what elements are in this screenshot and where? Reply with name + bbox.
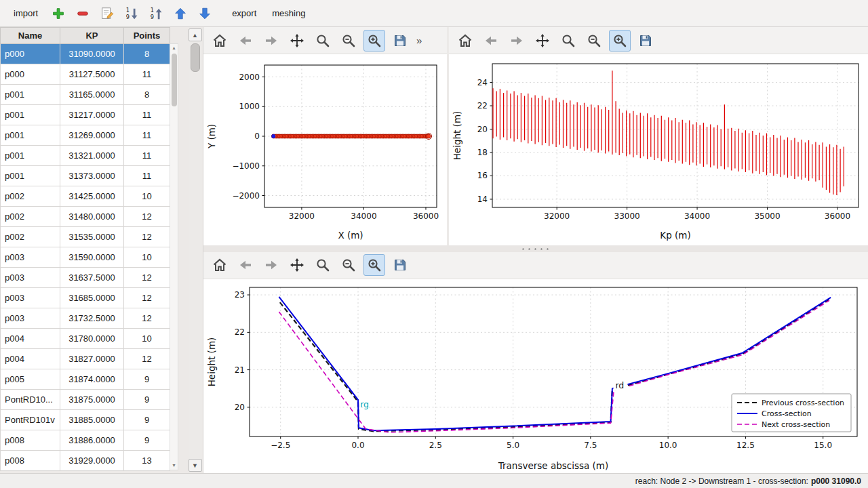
column-header-name[interactable]: Name — [1, 28, 60, 44]
cell-name[interactable]: p005 — [1, 369, 60, 390]
panel-scroll-down-button[interactable]: ▼ — [189, 459, 202, 472]
cell-name[interactable]: p001 — [1, 105, 60, 125]
cell-kp[interactable]: 31425.0000 — [60, 186, 124, 207]
table-row[interactable]: p00331637.500012 — [1, 268, 170, 288]
forward-button[interactable] — [260, 30, 282, 52]
cell-kp[interactable]: 31885.0000 — [60, 410, 124, 430]
cell-name[interactable]: p004 — [1, 349, 60, 369]
table-row[interactable]: p00431827.000012 — [1, 349, 170, 369]
cell-pts[interactable]: 12 — [124, 227, 170, 247]
table-scroll-up-button[interactable]: ▴ — [172, 44, 175, 52]
move-up-button[interactable] — [169, 3, 191, 24]
cell-kp[interactable]: 31827.0000 — [60, 349, 124, 369]
pan-button[interactable] — [286, 254, 308, 276]
back-button[interactable] — [235, 30, 256, 52]
zoom-out-button[interactable] — [338, 30, 359, 52]
longitudinal-profile-plot[interactable]: 3200033000340003500036000141618202224Kp … — [449, 54, 868, 244]
pan-button[interactable] — [286, 30, 308, 52]
table-row[interactable]: p00131321.000011 — [1, 146, 170, 166]
cross-section-plot[interactable]: −2.50.02.55.07.510.012.515.020212223Tran… — [203, 279, 867, 473]
cell-kp[interactable]: 31780.0000 — [60, 329, 124, 349]
cell-kp[interactable]: 31165.0000 — [60, 85, 124, 105]
table-row[interactable]: p00031127.500011 — [1, 64, 170, 85]
home-button[interactable] — [209, 30, 231, 52]
cell-name[interactable]: p003 — [1, 308, 60, 329]
save-button[interactable] — [635, 30, 656, 52]
table-row[interactable]: p00431780.000010 — [1, 329, 170, 349]
cell-kp[interactable]: 31929.0000 — [60, 451, 124, 471]
table-row[interactable]: p00331732.500012 — [1, 308, 170, 329]
move-down-button[interactable] — [193, 3, 216, 24]
table-scrollbar[interactable]: ▴ ▾ — [170, 43, 178, 470]
cell-name[interactable]: p001 — [1, 166, 60, 186]
table-row[interactable]: p00131269.000011 — [1, 125, 170, 146]
forward-button[interactable] — [506, 30, 528, 52]
cell-pts[interactable]: 11 — [124, 105, 170, 125]
table-row[interactable]: p00531874.00009 — [1, 369, 170, 390]
zoom-rect-button[interactable] — [312, 254, 334, 276]
zoom-rect-button[interactable] — [312, 30, 334, 52]
cell-name[interactable]: p003 — [1, 288, 60, 308]
plots-splitter[interactable] — [203, 245, 868, 252]
cell-kp[interactable]: 31090.0000 — [60, 44, 124, 64]
column-header-kp[interactable]: KP — [60, 28, 124, 44]
cell-pts[interactable]: 13 — [124, 451, 170, 471]
table-row[interactable]: p00131373.000011 — [1, 166, 170, 186]
add-section-button[interactable] — [47, 3, 69, 24]
toolbar-overflow-chevron[interactable]: » — [411, 35, 422, 46]
cell-pts[interactable]: 12 — [124, 268, 170, 288]
cell-name[interactable]: p003 — [1, 268, 60, 288]
cell-pts[interactable]: 8 — [124, 44, 170, 64]
table-row[interactable]: p00331590.000010 — [1, 247, 170, 268]
zoom-in-button[interactable] — [609, 30, 631, 52]
panel-scroll-up-button[interactable]: ▲ — [189, 28, 202, 41]
cell-kp[interactable]: 31373.0000 — [60, 166, 124, 186]
zoom-rect-button[interactable] — [557, 30, 579, 52]
back-button[interactable] — [235, 254, 256, 276]
cell-pts[interactable]: 8 — [124, 85, 170, 105]
table-row[interactable]: p00331685.000012 — [1, 288, 170, 308]
column-header-points[interactable]: Points — [124, 28, 170, 44]
import-button[interactable]: import — [7, 4, 45, 22]
cell-name[interactable]: p008 — [1, 451, 60, 471]
save-button[interactable] — [389, 254, 411, 276]
table-row[interactable]: p00131165.00008 — [1, 85, 170, 105]
plan-view-plot[interactable]: 320003400036000−2000−1000010002000X (m)Y… — [203, 54, 446, 244]
table-row[interactable]: p00031090.00008 — [1, 44, 170, 64]
cell-pts[interactable]: 10 — [124, 329, 170, 349]
cell-kp[interactable]: 31217.0000 — [60, 105, 124, 125]
cell-kp[interactable]: 31637.5000 — [60, 268, 124, 288]
cell-pts[interactable]: 9 — [124, 430, 170, 451]
panel-scrollbar[interactable]: ▲ ▼ — [188, 28, 202, 472]
cell-pts[interactable]: 10 — [124, 186, 170, 207]
cell-kp[interactable]: 31127.5000 — [60, 64, 124, 85]
cell-name[interactable]: p004 — [1, 329, 60, 349]
cell-pts[interactable]: 11 — [124, 125, 170, 146]
cell-kp[interactable]: 31732.5000 — [60, 308, 124, 329]
cell-name[interactable]: p000 — [1, 64, 60, 85]
cell-kp[interactable]: 31685.0000 — [60, 288, 124, 308]
table-row[interactable]: p00231535.000012 — [1, 227, 170, 247]
cell-pts[interactable]: 10 — [124, 247, 170, 268]
sort-descending-button[interactable]: 1 9 — [120, 3, 142, 24]
cell-name[interactable]: p002 — [1, 186, 60, 207]
back-button[interactable] — [480, 30, 502, 52]
home-button[interactable] — [209, 254, 231, 276]
cell-name[interactable]: p003 — [1, 247, 60, 268]
cell-kp[interactable]: 31269.0000 — [60, 125, 124, 146]
cell-name[interactable]: p000 — [1, 44, 60, 64]
cell-kp[interactable]: 31875.0000 — [60, 390, 124, 410]
home-button[interactable] — [454, 30, 476, 52]
table-row[interactable]: p00831886.00009 — [1, 430, 170, 451]
sort-ascending-button[interactable]: 1 9 — [144, 3, 167, 24]
cell-pts[interactable]: 11 — [124, 146, 170, 166]
zoom-in-button[interactable] — [363, 254, 385, 276]
table-row[interactable]: p00231480.000012 — [1, 207, 170, 227]
cell-pts[interactable]: 9 — [124, 369, 170, 390]
meshing-button[interactable]: meshing — [265, 4, 312, 22]
cell-kp[interactable]: 31874.0000 — [60, 369, 124, 390]
cell-pts[interactable]: 9 — [124, 410, 170, 430]
table-scrollbar-track[interactable] — [170, 52, 178, 462]
save-button[interactable] — [389, 30, 411, 52]
zoom-in-button[interactable] — [363, 30, 385, 52]
